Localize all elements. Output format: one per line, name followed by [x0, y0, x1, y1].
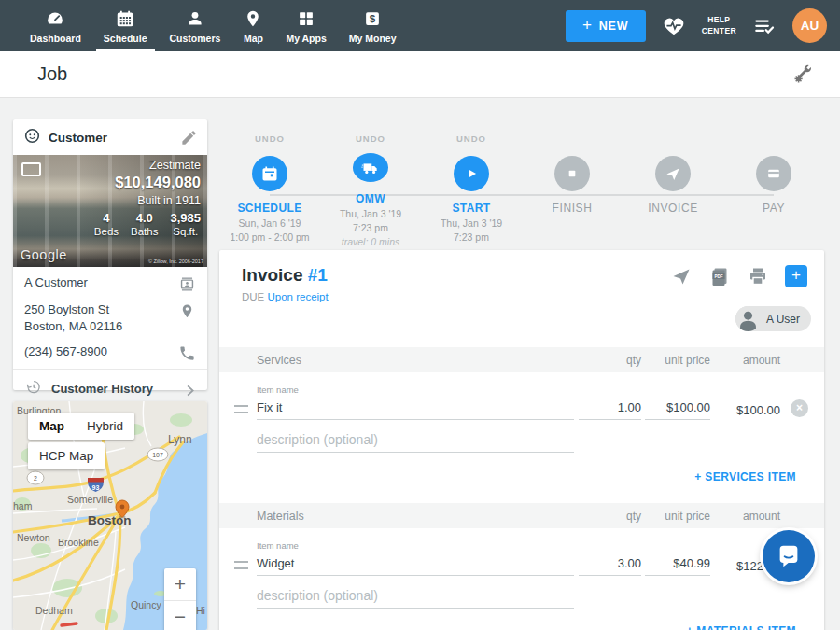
navbar-actions: +NEW HELP CENTER AU: [566, 8, 840, 43]
service-unit-price-input[interactable]: $100.00: [645, 395, 710, 420]
material-item-name-input[interactable]: Widget: [257, 551, 574, 576]
material-qty-input[interactable]: 3.00: [579, 551, 641, 576]
help-center-link[interactable]: HELP CENTER: [702, 15, 736, 35]
phone-icon[interactable]: [178, 344, 196, 362]
step-date: Thu, Jan 3 '19: [340, 208, 401, 219]
nav-item-my-money[interactable]: $ My Money: [338, 0, 408, 51]
chevron-right-icon: [181, 382, 196, 397]
customer-face-icon: [23, 127, 41, 148]
user-silhouette-icon: [735, 306, 761, 331]
finish-step-button[interactable]: [554, 156, 590, 191]
invoice-step-button[interactable]: [655, 156, 691, 191]
customer-card-title: Customer: [49, 131, 173, 145]
drag-handle[interactable]: [234, 405, 248, 413]
location-pin-icon[interactable]: [178, 302, 196, 320]
apps-grid-icon: [296, 8, 316, 29]
customer-card: Customer Zestimate $10,149,080 Built in …: [13, 119, 207, 390]
nav-label: Schedule: [104, 33, 147, 44]
contact-card-icon[interactable]: [178, 275, 196, 293]
materials-header-bar: Materials qty unit price amount: [219, 503, 824, 528]
page-header: Job: [0, 51, 840, 98]
new-button[interactable]: +NEW: [566, 10, 646, 42]
print-icon[interactable]: [747, 265, 769, 287]
property-stats: 4Beds 4.0Baths 3,985Sq.ft.: [94, 211, 201, 237]
zestimate-overlay: Zestimate $10,149,080 Built in 1911 4Bed…: [94, 159, 201, 237]
pdf-icon[interactable]: PDF: [708, 265, 731, 287]
map-type-hybrid-button[interactable]: Hybrid: [76, 413, 134, 440]
due-value-link[interactable]: Upon receipt: [267, 291, 328, 302]
stat-sqft: 3,985Sq.ft.: [170, 211, 201, 237]
step-time: 7:23 pm: [353, 222, 388, 233]
drag-handle[interactable]: [234, 561, 248, 569]
customer-name-row: A Customer: [13, 267, 207, 300]
qty-column-header: qty: [579, 354, 641, 367]
nav-item-my-apps[interactable]: My Apps: [274, 0, 337, 51]
workflow-step-finish: FINISH: [522, 126, 623, 247]
job-tools-icon[interactable]: [791, 63, 814, 86]
start-step-button[interactable]: [454, 156, 489, 191]
workflow-step-omw: UNDO OMW Thu, Jan 3 '19 7:23 pm travel: …: [320, 126, 421, 247]
service-qty-input[interactable]: 1.00: [579, 395, 641, 420]
health-heart-icon[interactable]: [662, 14, 686, 38]
nav-item-dashboard[interactable]: Dashboard: [19, 0, 92, 51]
map-card: Burlington Lynn Somerville ham Newton Br…: [13, 401, 207, 630]
service-description-input[interactable]: description (optional): [257, 427, 574, 453]
step-label: SCHEDULE: [237, 202, 301, 215]
invoice-toolbar: PDF +: [670, 265, 807, 287]
user-avatar[interactable]: AU: [792, 8, 827, 43]
svg-text:107: 107: [152, 452, 163, 458]
map-label-waltham: ham: [13, 500, 33, 511]
undo-start-button[interactable]: UNDO: [456, 133, 486, 147]
undo-omw-button[interactable]: UNDO: [356, 133, 385, 144]
step-date: Thu, Jan 3 '19: [441, 217, 502, 229]
add-invoice-button[interactable]: +: [785, 265, 807, 287]
service-item-name-input[interactable]: Fix it: [257, 395, 574, 420]
page-title: Job: [37, 63, 67, 85]
add-materials-item-link[interactable]: + MATERIALS ITEM: [686, 624, 796, 630]
help-center-line1: HELP: [702, 15, 736, 25]
task-list-icon[interactable]: [752, 14, 777, 38]
nav-item-map[interactable]: Map: [231, 0, 274, 51]
svg-text:2: 2: [34, 475, 37, 482]
address-line2: Boston, MA 02116: [24, 318, 178, 335]
svg-text:$: $: [370, 13, 376, 24]
invoice-card: Invoice #1 DUE Upon receipt PDF + A User…: [219, 250, 824, 630]
top-navbar: Dashboard Schedule Customers Map My Apps…: [0, 0, 840, 51]
customer-name: A Customer: [24, 274, 178, 291]
calendar-icon: [260, 164, 279, 183]
add-services-item-link[interactable]: + SERVICES ITEM: [694, 470, 796, 483]
chat-bubble-button[interactable]: [763, 530, 815, 582]
material-unit-price-input[interactable]: $40.99: [645, 551, 710, 576]
hcp-map-button[interactable]: HCP Map: [28, 442, 105, 469]
material-description-input[interactable]: description (optional): [257, 583, 574, 609]
nav-item-customers[interactable]: Customers: [159, 0, 232, 51]
remove-service-item-button[interactable]: ×: [791, 399, 808, 417]
workflow-step-schedule: UNDO SCHEDULE Sun, Jan 6 '19 1:00 pm - 2…: [219, 126, 320, 247]
step-label: FINISH: [553, 202, 593, 215]
pay-step-button[interactable]: [756, 156, 791, 191]
send-invoice-icon[interactable]: [670, 265, 693, 287]
property-photo[interactable]: Zestimate $10,149,080 Built in 1911 4Bed…: [13, 155, 207, 267]
chat-icon: [775, 542, 803, 570]
zillow-copyright: © Zillow, Inc. 2006-2017: [148, 259, 203, 264]
zoom-out-button[interactable]: −: [164, 600, 196, 630]
undo-schedule-button[interactable]: UNDO: [255, 133, 285, 147]
schedule-step-button[interactable]: [252, 156, 287, 191]
customer-history-label: Customer History: [51, 382, 172, 396]
nav-item-schedule[interactable]: Schedule: [92, 0, 159, 51]
dollar-icon: $: [362, 8, 383, 29]
assigned-user-chip[interactable]: A User: [735, 306, 811, 331]
nav-label: My Apps: [286, 33, 326, 44]
map-type-map-button[interactable]: Map: [28, 413, 76, 440]
workflow-step-pay: PAY: [723, 126, 824, 247]
item-name-label: Item name: [257, 540, 299, 551]
step-travel: travel: 0 mins: [342, 236, 399, 247]
zoom-in-button[interactable]: +: [164, 568, 196, 600]
google-logo: Google: [21, 247, 67, 262]
photo-flag-icon: [21, 162, 41, 176]
plus-icon: +: [582, 16, 593, 35]
assigned-user-name: A User: [766, 313, 800, 326]
omw-step-button[interactable]: [353, 153, 388, 182]
primary-nav: Dashboard Schedule Customers Map My Apps…: [0, 0, 408, 51]
edit-pencil-icon[interactable]: [180, 129, 197, 146]
